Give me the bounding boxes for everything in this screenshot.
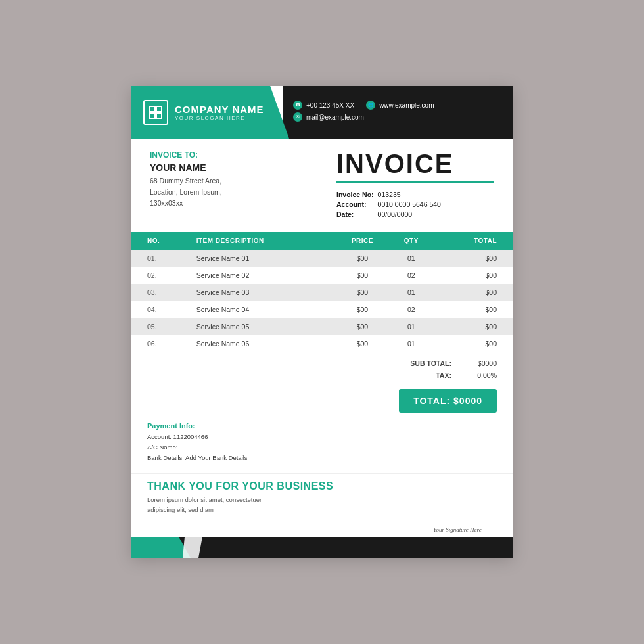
phone-icon: ☎ bbox=[293, 101, 302, 110]
row-price: $00 bbox=[334, 250, 390, 267]
email-row: ✉ mail@example.com bbox=[293, 112, 502, 122]
globe-icon: 🌐 bbox=[366, 101, 375, 110]
row-no: 03. bbox=[131, 284, 193, 301]
thankyou-section: THANK YOU FOR YOUR BUSINESS Lorem ipsum … bbox=[131, 473, 513, 520]
client-name: YOUR NAME bbox=[150, 162, 336, 173]
invoice-left: INVOICE TO: YOUR NAME 68 Dummy Street Ar… bbox=[150, 150, 336, 219]
invoice-no-label: Invoice No: bbox=[336, 189, 378, 199]
thankyou-title: THANK YOU FOR YOUR BUSINESS bbox=[147, 480, 497, 492]
payment-bank: Bank Details: Add Your Bank Details bbox=[147, 453, 497, 463]
payment-account: Account: 1122004466 bbox=[147, 432, 497, 442]
svg-rect-1 bbox=[156, 106, 162, 112]
company-name: COMPANY NAME bbox=[175, 104, 264, 115]
signature-row: Your Signature Here bbox=[131, 520, 513, 537]
col-description: ITEM DESCRIPTION bbox=[193, 232, 334, 250]
company-info: COMPANY NAME YOUR SLOGAN HERE bbox=[175, 104, 264, 121]
table-row: 03. Service Name 03 $00 01 $00 bbox=[131, 284, 513, 301]
row-qty: 02 bbox=[390, 301, 432, 318]
row-total: $00 bbox=[432, 335, 513, 352]
thankyou-text: Lorem ipsum dolor sit amet, consectetuer… bbox=[147, 495, 497, 515]
phone-text: +00 123 45X XX bbox=[306, 102, 354, 109]
svg-rect-2 bbox=[150, 113, 155, 118]
email-text: mail@example.com bbox=[306, 114, 364, 121]
invoice-document: COMPANY NAME YOUR SLOGAN HERE ☎ +00 123 … bbox=[131, 86, 513, 558]
col-qty: QTY bbox=[390, 232, 432, 250]
row-price: $00 bbox=[334, 267, 390, 284]
footer-white-accent bbox=[183, 537, 202, 558]
row-description: Service Name 03 bbox=[193, 284, 334, 301]
table-row: 04. Service Name 04 $00 02 $00 bbox=[131, 301, 513, 318]
row-qty: 01 bbox=[390, 250, 432, 267]
website-text: www.example.com bbox=[379, 102, 434, 109]
row-description: Service Name 02 bbox=[193, 267, 334, 284]
account-label: Account: bbox=[336, 199, 378, 209]
row-description: Service Name 05 bbox=[193, 318, 334, 335]
payment-ac-name: A/C Name: bbox=[147, 442, 497, 453]
row-description: Service Name 06 bbox=[193, 335, 334, 352]
row-total: $00 bbox=[432, 267, 513, 284]
tax-value: 0.00% bbox=[459, 369, 497, 381]
row-qty: 01 bbox=[390, 284, 432, 301]
website-row: 🌐 www.example.com bbox=[366, 101, 434, 110]
row-qty: 01 bbox=[390, 335, 432, 352]
row-price: $00 bbox=[334, 284, 390, 301]
row-price: $00 bbox=[334, 335, 390, 352]
row-no: 02. bbox=[131, 267, 193, 284]
tax-row: TAX: 0.00% bbox=[365, 369, 497, 381]
header-right: ☎ +00 123 45X XX 🌐 www.example.com ✉ mai… bbox=[283, 86, 513, 139]
row-no: 04. bbox=[131, 301, 193, 318]
email-icon: ✉ bbox=[293, 112, 302, 122]
subtotal-label: SUB TOTAL: bbox=[365, 357, 459, 369]
totals-table: SUB TOTAL: $0000 TAX: 0.00% bbox=[365, 357, 497, 381]
header: COMPANY NAME YOUR SLOGAN HERE ☎ +00 123 … bbox=[131, 86, 513, 139]
signature-text: Your Signature Here bbox=[418, 526, 497, 533]
invoice-title: INVOICE bbox=[336, 150, 494, 177]
svg-rect-0 bbox=[150, 106, 155, 112]
items-table: NO. ITEM DESCRIPTION PRICE QTY TOTAL 01.… bbox=[131, 232, 513, 352]
svg-rect-3 bbox=[156, 113, 162, 118]
date-label: Date: bbox=[336, 209, 378, 219]
date-value: 00/00/0000 bbox=[378, 209, 445, 219]
totals-section: SUB TOTAL: $0000 TAX: 0.00% bbox=[131, 352, 513, 381]
signature-block: Your Signature Here bbox=[418, 524, 497, 533]
col-price: PRICE bbox=[334, 232, 390, 250]
company-slogan: YOUR SLOGAN HERE bbox=[175, 115, 264, 121]
row-price: $00 bbox=[334, 318, 390, 335]
payment-info: Payment Info: Account: 1122004466 A/C Na… bbox=[147, 422, 497, 463]
tax-label: TAX: bbox=[365, 369, 459, 381]
footer bbox=[131, 537, 513, 558]
invoice-meta: Invoice No: 013235 Account: 0010 0000 56… bbox=[336, 189, 494, 219]
invoice-to-label: INVOICE TO: bbox=[150, 150, 336, 160]
invoice-right: INVOICE Invoice No: 013235 Account: 0010… bbox=[336, 150, 494, 219]
row-total: $00 bbox=[432, 284, 513, 301]
table-row: 01. Service Name 01 $00 01 $00 bbox=[131, 250, 513, 267]
logo-icon bbox=[143, 100, 168, 125]
row-description: Service Name 01 bbox=[193, 250, 334, 267]
col-no: NO. bbox=[131, 232, 193, 250]
invoice-title-section: INVOICE TO: YOUR NAME 68 Dummy Street Ar… bbox=[131, 139, 513, 225]
col-total: TOTAL bbox=[432, 232, 513, 250]
payment-label: Payment Info: bbox=[147, 422, 497, 430]
bottom-section: Payment Info: Account: 1122004466 A/C Na… bbox=[131, 415, 513, 472]
row-description: Service Name 04 bbox=[193, 301, 334, 318]
footer-green-accent bbox=[131, 537, 191, 558]
row-total: $00 bbox=[432, 250, 513, 267]
row-no: 05. bbox=[131, 318, 193, 335]
row-no: 06. bbox=[131, 335, 193, 352]
subtotal-value: $0000 bbox=[459, 357, 497, 369]
table-row: 06. Service Name 06 $00 01 $00 bbox=[131, 335, 513, 352]
table-row: 05. Service Name 05 $00 01 $00 bbox=[131, 318, 513, 335]
row-qty: 01 bbox=[390, 318, 432, 335]
header-left: COMPANY NAME YOUR SLOGAN HERE bbox=[131, 86, 289, 139]
row-qty: 02 bbox=[390, 267, 432, 284]
invoice-no-value: 013235 bbox=[378, 189, 445, 199]
row-total: $00 bbox=[432, 318, 513, 335]
invoice-underline bbox=[336, 181, 494, 183]
account-value: 0010 0000 5646 540 bbox=[378, 199, 445, 209]
subtotal-row: SUB TOTAL: $0000 bbox=[365, 357, 497, 369]
table-header-row: NO. ITEM DESCRIPTION PRICE QTY TOTAL bbox=[131, 232, 513, 250]
total-final: TOTAL: $0000 bbox=[399, 389, 497, 413]
client-address: 68 Dummy Street Area,Location, Lorem Ips… bbox=[150, 175, 336, 208]
phone-row: ☎ +00 123 45X XX bbox=[293, 101, 354, 110]
table-row: 02. Service Name 02 $00 02 $00 bbox=[131, 267, 513, 284]
